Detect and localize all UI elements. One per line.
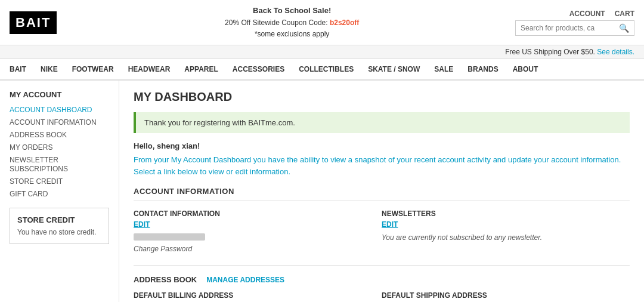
- sidebar-section-title: MY ACCOUNT: [10, 90, 109, 99]
- nav-brands[interactable]: BRANDS: [467, 65, 498, 73]
- hello-text: Hello, sheng xian!: [134, 141, 630, 150]
- nav-skate-snow[interactable]: SKATE / SNOW: [368, 65, 420, 73]
- logo: BAIT: [10, 11, 57, 34]
- contact-info-title: CONTACT INFORMATION: [134, 209, 370, 218]
- shipping-text: Free US Shipping Over $50.: [505, 48, 595, 56]
- promo-exclusion: *some exclusions apply: [69, 29, 515, 40]
- top-right-actions: ACCOUNT CART 🔍: [515, 10, 634, 36]
- address-book-title: ADDRESS BOOK: [134, 275, 197, 284]
- sidebar: MY ACCOUNT ACCOUNT DASHBOARD ACCOUNT INF…: [0, 81, 119, 302]
- store-credit-box-title: STORE CREDIT: [17, 215, 101, 224]
- sidebar-item-store-credit[interactable]: STORE CREDIT: [10, 177, 109, 186]
- sidebar-link-store-credit[interactable]: STORE CREDIT: [10, 177, 63, 186]
- promo-title: Back To School Sale!: [69, 5, 515, 17]
- page-title: MY DASHBOARD: [134, 90, 630, 104]
- nav-accessories[interactable]: ACCESSORIES: [233, 65, 284, 73]
- promo-desc-text: 20% Off Sitewide Coupon Code:: [225, 19, 328, 27]
- nav-apparel[interactable]: APPAREL: [184, 65, 218, 73]
- shipping-link[interactable]: See details.: [597, 48, 634, 56]
- promo-code: b2s20off: [330, 19, 359, 27]
- address-grid: DEFAULT BILLING ADDRESS EDIT ADDRESS DEF…: [134, 291, 630, 302]
- sidebar-link-dashboard[interactable]: ACCOUNT DASHBOARD: [10, 106, 92, 114]
- page-content: MY ACCOUNT ACCOUNT DASHBOARD ACCOUNT INF…: [0, 81, 644, 302]
- divider: [134, 265, 630, 266]
- nav-bait[interactable]: BAIT: [10, 65, 26, 73]
- sidebar-link-my-orders[interactable]: MY ORDERS: [10, 143, 52, 152]
- sidebar-item-my-orders[interactable]: MY ORDERS: [10, 143, 109, 152]
- sidebar-link-address-book[interactable]: ADDRESS BOOK: [10, 131, 67, 139]
- contact-info-edit-link[interactable]: EDIT: [134, 220, 370, 229]
- sidebar-item-dashboard[interactable]: ACCOUNT DASHBOARD: [10, 105, 109, 114]
- account-link[interactable]: ACCOUNT: [569, 10, 605, 18]
- nav-collectibles[interactable]: COLLECTIBLES: [299, 65, 354, 73]
- manage-addresses-link[interactable]: MANAGE ADDRESSES: [206, 276, 284, 284]
- logo-text: BAIT: [16, 15, 51, 30]
- nav-about[interactable]: ABOUT: [513, 65, 538, 73]
- store-credit-box-text: You have no store credit.: [17, 228, 101, 236]
- success-banner-text: Thank you for registering with BAITme.co…: [144, 118, 295, 127]
- sidebar-item-newsletter[interactable]: NEWSLETTER SUBSCRIPTIONS: [10, 155, 109, 173]
- search-input[interactable]: [521, 24, 619, 32]
- change-password-link[interactable]: Change Password: [134, 245, 192, 253]
- shipping-bar: Free US Shipping Over $50. See details.: [0, 45, 644, 59]
- newsletter-note: You are currently not subscribed to any …: [382, 233, 618, 242]
- main-content: MY DASHBOARD Thank you for registering w…: [119, 81, 644, 302]
- account-cart-links: ACCOUNT CART: [569, 10, 634, 18]
- search-icon[interactable]: 🔍: [619, 23, 629, 33]
- newsletters-edit-link[interactable]: EDIT: [382, 220, 618, 229]
- account-info-section-title: ACCOUNT INFORMATION: [134, 187, 630, 201]
- search-bar[interactable]: 🔍: [515, 20, 634, 36]
- nav-footwear[interactable]: FOOTWEAR: [72, 65, 114, 73]
- billing-address-title: DEFAULT BILLING ADDRESS: [134, 291, 370, 300]
- sidebar-item-address-book[interactable]: ADDRESS BOOK: [10, 130, 109, 139]
- store-credit-box: STORE CREDIT You have no store credit.: [10, 208, 109, 244]
- address-book-section: ADDRESS BOOK MANAGE ADDRESSES DEFAULT BI…: [134, 275, 630, 302]
- newsletters-title: NEWSLETTERS: [382, 209, 618, 218]
- shipping-address-block: DEFAULT SHIPPING ADDRESS EDIT ADDRESS: [382, 291, 630, 302]
- account-info-grid: CONTACT INFORMATION EDIT Change Password…: [134, 209, 630, 253]
- top-header: BAIT Back To School Sale! 20% Off Sitewi…: [0, 0, 644, 45]
- address-header: ADDRESS BOOK MANAGE ADDRESSES: [134, 275, 630, 284]
- sidebar-item-gift-card[interactable]: GIFT CARD: [10, 189, 109, 198]
- nav-sale[interactable]: SALE: [434, 65, 453, 73]
- promo-banner: Back To School Sale! 20% Off Sitewide Co…: [69, 5, 515, 40]
- cart-link[interactable]: CART: [615, 10, 634, 18]
- sidebar-item-account-info[interactable]: ACCOUNT INFORMATION: [10, 118, 109, 127]
- sidebar-link-newsletter[interactable]: NEWSLETTER SUBSCRIPTIONS: [10, 156, 68, 173]
- sidebar-link-account-info[interactable]: ACCOUNT INFORMATION: [10, 118, 97, 127]
- main-nav: BAIT NIKE FOOTWEAR HEADWEAR APPAREL ACCE…: [0, 59, 644, 81]
- shipping-address-title: DEFAULT SHIPPING ADDRESS: [382, 291, 618, 300]
- billing-address-block: DEFAULT BILLING ADDRESS EDIT ADDRESS: [134, 291, 382, 302]
- nav-nike[interactable]: NIKE: [41, 65, 58, 73]
- nav-headwear[interactable]: HEADWEAR: [128, 65, 171, 73]
- promo-description: 20% Off Sitewide Coupon Code: b2s20off: [69, 17, 515, 29]
- success-banner: Thank you for registering with BAITme.co…: [134, 112, 630, 133]
- newsletters-block: NEWSLETTERS EDIT You are currently not s…: [382, 209, 630, 253]
- desc-text: From your My Account Dashboard you have …: [134, 154, 630, 177]
- sidebar-link-gift-card[interactable]: GIFT CARD: [10, 190, 48, 198]
- contact-info-block: CONTACT INFORMATION EDIT Change Password: [134, 209, 382, 253]
- sidebar-menu: ACCOUNT DASHBOARD ACCOUNT INFORMATION AD…: [10, 105, 109, 198]
- blurred-info: [134, 233, 205, 241]
